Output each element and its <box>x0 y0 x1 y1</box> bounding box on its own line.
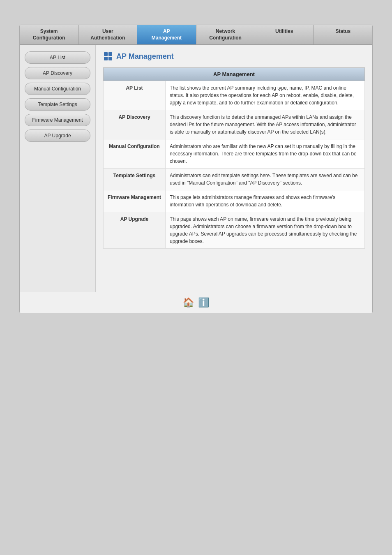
nav-tab-status[interactable]: Status <box>314 25 372 44</box>
main-content: AP Management AP Management AP List The … <box>96 45 372 292</box>
row-description: This page lets administrators manage fir… <box>166 190 365 212</box>
home-icon[interactable]: 🏠 <box>183 297 194 308</box>
row-name: AP List <box>104 81 166 110</box>
info-table: AP Management AP List The list shows the… <box>103 67 365 249</box>
info-icon[interactable]: ℹ️ <box>198 297 209 308</box>
sidebar-btn-ap-list[interactable]: AP List <box>25 51 90 64</box>
nav-tab-ap-management[interactable]: AP Management <box>137 25 196 44</box>
svg-rect-1 <box>108 52 112 56</box>
sidebar-btn-ap-discovery[interactable]: AP Discovery <box>25 67 90 79</box>
nav-tab-user-auth[interactable]: User Authentication <box>78 25 137 44</box>
row-name: AP Upgrade <box>104 212 166 249</box>
row-description: This discovery function is to detect the… <box>166 110 365 139</box>
row-name: AP Discovery <box>104 110 166 139</box>
sidebar-btn-template-settings[interactable]: Template Settings <box>25 98 90 111</box>
svg-rect-0 <box>104 52 108 56</box>
page-title-container: AP Management <box>103 51 365 61</box>
table-row: Firmware Management This page lets admin… <box>104 190 365 212</box>
nav-tab-network-config[interactable]: Network Configuration <box>196 25 255 44</box>
svg-rect-2 <box>104 57 108 60</box>
sidebar-btn-manual-config[interactable]: Manual Configuration <box>25 83 90 95</box>
table-header: AP Management <box>104 68 365 81</box>
table-row: AP List The list shows the current AP su… <box>104 81 365 110</box>
row-name: Manual Configuration <box>104 139 166 169</box>
table-row: AP Upgrade This page shows each AP on na… <box>104 212 365 249</box>
footer: 🏠 ℹ️ <box>20 292 372 313</box>
row-name: Template Settings <box>104 169 166 190</box>
main-container: System ConfigurationUser AuthenticationA… <box>19 25 373 313</box>
row-description: The list shows the current AP summary in… <box>166 81 365 110</box>
ap-management-icon <box>103 51 113 61</box>
sidebar-btn-ap-upgrade[interactable]: AP Upgrade <box>25 130 90 142</box>
table-row: Template Settings Administrators can edi… <box>104 169 365 190</box>
top-nav: System ConfigurationUser AuthenticationA… <box>20 25 372 45</box>
row-name: Firmware Management <box>104 190 166 212</box>
page-title-text: AP Management <box>116 52 174 61</box>
nav-tab-system-config[interactable]: System Configuration <box>20 25 78 44</box>
row-description: Administrators can edit template setting… <box>166 169 365 190</box>
row-description: This page shows each AP on name, firmwar… <box>166 212 365 249</box>
content-area: AP ListAP DiscoveryManual ConfigurationT… <box>20 45 372 292</box>
svg-rect-3 <box>108 57 112 60</box>
nav-tab-utilities[interactable]: Utilities <box>255 25 314 44</box>
row-description: Administrators who are familiar with the… <box>166 139 365 169</box>
sidebar: AP ListAP DiscoveryManual ConfigurationT… <box>20 45 96 292</box>
table-row: Manual Configuration Administrators who … <box>104 139 365 169</box>
table-row: AP Discovery This discovery function is … <box>104 110 365 139</box>
sidebar-btn-firmware-mgmt[interactable]: Firmware Management <box>25 114 90 126</box>
